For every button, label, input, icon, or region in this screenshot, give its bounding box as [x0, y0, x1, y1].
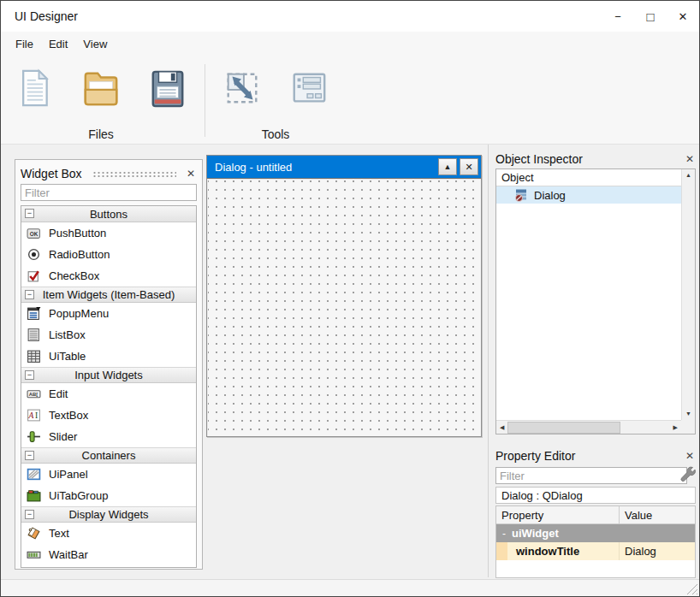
object-column-header[interactable]: Object — [496, 169, 681, 186]
widget-item-uipanel[interactable]: UiPanel — [21, 464, 196, 485]
slider-icon — [26, 429, 41, 445]
uitable-icon — [26, 349, 41, 364]
property-editor-title: Property Editor — [495, 449, 684, 463]
scroll-right-icon[interactable]: ▶ — [670, 424, 681, 431]
widget-item-label: Text — [49, 527, 69, 540]
svg-text:OK: OK — [29, 231, 38, 237]
new-file-icon — [15, 68, 53, 111]
widget-item-waitbar[interactable]: WaitBar — [21, 544, 196, 565]
menu-file[interactable]: File — [8, 34, 41, 54]
scroll-down-icon[interactable]: ▼ — [685, 411, 691, 417]
menu-view[interactable]: View — [75, 34, 115, 54]
close-button[interactable]: ✕ — [667, 1, 699, 32]
widget-box-close-icon[interactable]: ✕ — [185, 168, 197, 180]
widget-item-uitable[interactable]: UiTable — [21, 346, 196, 367]
property-filter-input[interactable] — [495, 467, 687, 484]
checkbox-icon — [26, 269, 41, 284]
vertical-scrollbar[interactable]: ▲ ▼ — [681, 169, 695, 420]
value-column-header[interactable]: Value — [620, 506, 695, 523]
property-editor-titlebar: Property Editor ✕ — [495, 448, 696, 464]
open-file-button[interactable] — [68, 62, 134, 115]
radiobutton-icon — [26, 247, 41, 263]
toolbar-group-tools: Tools — [209, 56, 342, 144]
horizontal-scrollbar[interactable]: ◀ ▶ — [496, 420, 681, 434]
widget-item-label: PopupMenu — [49, 307, 109, 320]
minimize-button[interactable]: − — [602, 1, 634, 32]
resize-tool-button[interactable] — [209, 62, 276, 115]
object-inspector-close-icon[interactable]: ✕ — [684, 153, 696, 165]
save-file-button[interactable] — [134, 62, 201, 115]
widget-item-label: UiTabGroup — [49, 489, 108, 502]
category-label: Containers — [21, 449, 196, 462]
category-buttons[interactable]: − Buttons — [21, 206, 196, 222]
collapse-icon[interactable]: − — [25, 451, 34, 460]
widget-item-slider[interactable]: Slider — [21, 426, 196, 447]
maximize-button[interactable]: □ — [634, 1, 667, 32]
widget-item-pushbutton[interactable]: OK PushButton — [21, 222, 196, 244]
property-group-uiwidget[interactable]: - uiWidget — [496, 524, 695, 542]
dock-separator[interactable] — [488, 145, 489, 577]
property-row-windowtitle[interactable]: windowTitle Dialog — [496, 542, 695, 560]
group-collapse-icon[interactable]: - — [496, 528, 512, 540]
widget-item-edit[interactable]: AB[ Edit — [21, 383, 196, 405]
widget-item-label: Slider — [49, 430, 77, 443]
widget-item-label: RadioButton — [49, 248, 110, 261]
drag-handle-icon[interactable] — [92, 171, 176, 178]
edit-icon: AB[ — [26, 387, 41, 402]
selected-object-label: Dialog : QDialog — [495, 487, 696, 504]
text-tag-icon — [26, 526, 41, 541]
collapse-icon[interactable]: − — [25, 510, 34, 519]
category-display-widgets[interactable]: − Display Widgets — [21, 506, 196, 523]
scrollbar-thumb[interactable] — [507, 422, 620, 434]
waitbar-icon — [26, 547, 41, 563]
wrench-icon[interactable] — [679, 464, 697, 487]
new-file-button[interactable] — [1, 62, 68, 115]
collapse-icon[interactable]: − — [25, 209, 34, 218]
selection-text: Dialog : QDialog — [501, 489, 583, 502]
dialog-restore-button[interactable]: ▲ — [438, 158, 457, 175]
widget-item-listbox[interactable]: ListBox — [21, 324, 196, 346]
widget-item-uitabgroup[interactable]: UiTabGroup — [21, 485, 196, 506]
app-window: UI Designer − □ ✕ File Edit View — [0, 0, 700, 597]
designer-dialog-window[interactable]: Dialog - untitled ▲ ✕ — [206, 155, 482, 437]
tools-buttons — [209, 62, 342, 115]
svg-text:AB[: AB[ — [28, 392, 37, 397]
widget-item-textbox[interactable]: AI TextBox — [21, 405, 196, 426]
dialog-canvas-grid[interactable] — [207, 178, 481, 436]
dialog-titlebar[interactable]: Dialog - untitled ▲ ✕ — [207, 156, 481, 178]
listbox-icon — [26, 328, 41, 343]
widget-list: − Buttons OK PushButton RadioButton — [21, 205, 197, 568]
widget-item-popupmenu[interactable]: PopupMenu — [21, 303, 196, 324]
widget-item-label: CheckBox — [49, 269, 99, 282]
menubar: File Edit View — [1, 32, 699, 56]
property-table: Property Value - uiWidget windowTitle Di… — [495, 505, 696, 578]
property-value[interactable]: Dialog — [620, 542, 695, 560]
status-bar — [1, 579, 699, 596]
files-group-label: Files — [1, 127, 201, 141]
category-label: Input Widgets — [21, 369, 196, 381]
widget-item-checkbox[interactable]: CheckBox — [21, 265, 196, 287]
property-editor-close-icon[interactable]: ✕ — [684, 450, 696, 462]
toolbar: Files — [1, 56, 699, 145]
object-inspector-titlebar: Object Inspector ✕ — [495, 151, 696, 167]
widget-item-radiobutton[interactable]: RadioButton — [21, 244, 196, 265]
scroll-left-icon[interactable]: ◀ — [496, 424, 507, 431]
dialog-close-button[interactable]: ✕ — [460, 158, 478, 175]
svg-text:A: A — [27, 411, 33, 420]
menu-edit[interactable]: Edit — [41, 34, 75, 54]
window-controls: − □ ✕ — [602, 1, 699, 32]
tree-item-dialog[interactable]: Dialog — [496, 186, 681, 204]
category-item-widgets[interactable]: − Item Widgets (Item-Based) — [21, 287, 196, 303]
widget-item-text[interactable]: Text — [21, 523, 196, 544]
property-column-header[interactable]: Property — [496, 506, 620, 523]
collapse-icon[interactable]: − — [25, 290, 34, 299]
category-label: Display Widgets — [21, 508, 196, 521]
widget-filter-input[interactable] — [21, 184, 197, 201]
category-containers[interactable]: − Containers — [21, 447, 196, 464]
category-input-widgets[interactable]: − Input Widgets — [21, 367, 196, 383]
form-tool-button[interactable] — [276, 62, 342, 115]
collapse-icon[interactable]: − — [25, 370, 34, 380]
scroll-up-icon[interactable]: ▲ — [685, 172, 691, 179]
textbox-icon: AI — [26, 408, 41, 423]
resize-grip[interactable] — [685, 582, 697, 594]
